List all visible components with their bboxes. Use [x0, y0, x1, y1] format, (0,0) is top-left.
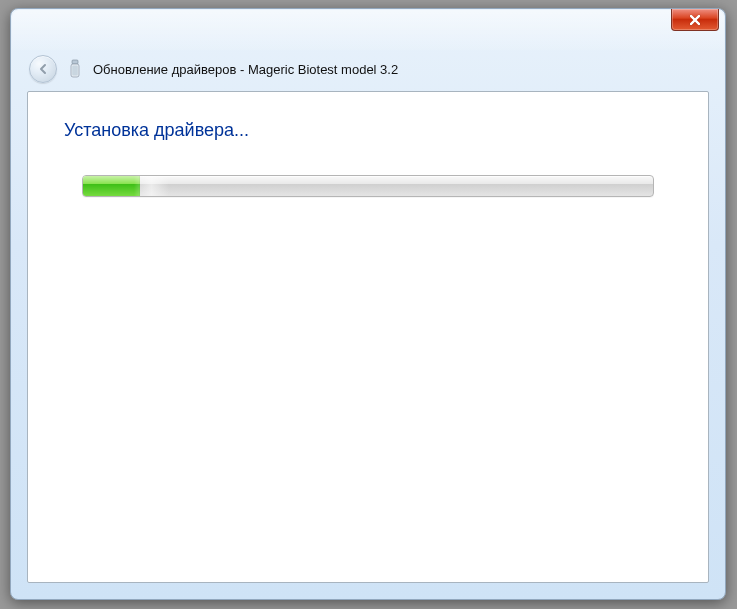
window-title: Обновление драйверов - Mageric Biotest m… — [93, 62, 398, 77]
content-pane: Установка драйвера... — [27, 91, 709, 583]
close-button[interactable] — [671, 9, 719, 31]
window-frame: Обновление драйверов - Mageric Biotest m… — [10, 8, 726, 600]
svg-rect-2 — [72, 66, 78, 76]
close-icon — [688, 14, 702, 26]
progress-bar — [82, 175, 654, 197]
svg-rect-0 — [72, 60, 78, 64]
arrow-left-icon — [36, 62, 50, 76]
progress-bar-fill — [83, 176, 140, 196]
back-button — [29, 55, 57, 83]
page-heading: Установка драйвера... — [64, 120, 672, 141]
header-bar: Обновление драйверов - Mageric Biotest m… — [29, 55, 707, 83]
device-icon — [67, 58, 83, 80]
